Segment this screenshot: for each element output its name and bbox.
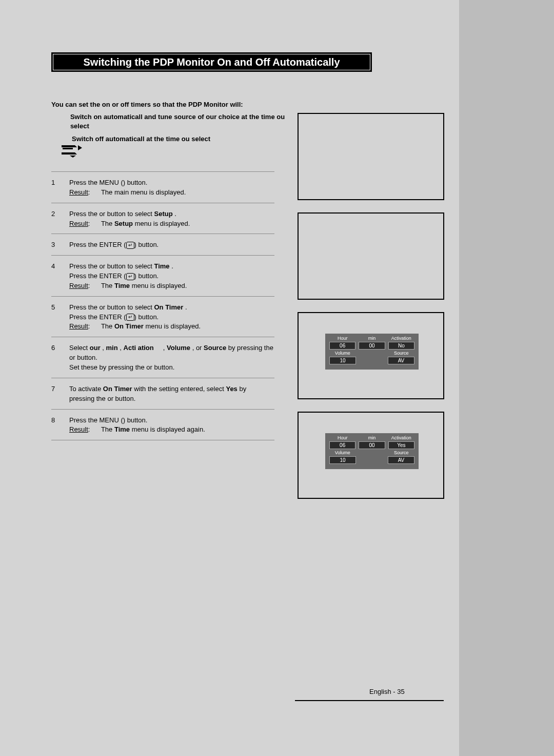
step-text: by: [238, 385, 246, 393]
step-text: ) button.: [134, 313, 159, 321]
step-text: ) button.: [123, 416, 148, 424]
page-footer: English - 35: [369, 688, 405, 695]
osd-label-hour: Hour: [329, 435, 355, 440]
sep: ,: [101, 344, 106, 352]
osd-val-hour: 06: [329, 342, 355, 350]
result-label: Result: [69, 220, 88, 227]
step-num: 1: [51, 178, 69, 198]
w3: Acti ation: [124, 344, 154, 352]
osd-box: Hour min Activation 06 00 Yes Volume Sou…: [325, 433, 419, 469]
step-text: or button.: [69, 354, 97, 361]
w4: Volume: [167, 344, 190, 352]
step-text: To activate: [69, 385, 103, 393]
svg-rect-0: [63, 148, 73, 149]
menu-icon: [62, 145, 84, 158]
step-text: .: [183, 303, 187, 311]
step-text: by pressing the: [226, 344, 273, 352]
yes-word: Yes: [226, 385, 237, 393]
osd-label-min: min: [359, 336, 385, 341]
step-6: 6 Select our , min , Acti ation , Volume…: [51, 340, 274, 375]
step-8: 8 Press the MENU () button. Result: The …: [51, 413, 274, 437]
osd-val-hour: 06: [329, 441, 355, 449]
osd-label-source: Source: [388, 450, 414, 455]
osd-val-source: AV: [388, 456, 414, 464]
step-3: 3 Press the ENTER (↵) button.: [51, 237, 274, 252]
step-text: Press the or button to select: [69, 303, 154, 311]
step-num: 3: [51, 240, 69, 250]
result-text: menu is displayed.: [144, 322, 201, 330]
result-label: Result: [69, 188, 88, 196]
enter-icon: ↵: [126, 314, 134, 321]
step-text: ) button.: [123, 179, 148, 186]
osd-label-activation: Activation: [388, 336, 414, 341]
step-text: pressing the or button.: [69, 395, 135, 402]
side-panels: Hour min Activation 06 00 No Volume Sour…: [298, 113, 446, 511]
osd-val-activation: Yes: [388, 441, 414, 449]
step-text: Press the ENTER (: [69, 313, 126, 321]
result-text: The: [101, 220, 114, 227]
sep: ,: [118, 344, 124, 352]
w2: min: [106, 344, 118, 352]
result-label: Result: [69, 322, 88, 330]
osd-val-volume: 10: [329, 357, 356, 364]
step-text: Press the ENTER (: [69, 241, 126, 248]
bullet-symbol: [51, 112, 70, 131]
step-text: ) button.: [134, 272, 159, 280]
osd-label-volume: Volume: [329, 450, 355, 455]
w1: our: [90, 344, 101, 352]
step-num: 5: [51, 303, 69, 332]
enter-icon: ↵: [126, 242, 134, 249]
step-num: 6: [51, 343, 69, 373]
sep: ,: [161, 344, 167, 352]
step-7: 7 To activate On Timer with the setting …: [51, 381, 274, 406]
step-text: Press the or button to select: [69, 262, 154, 270]
footer-divider: [295, 700, 444, 701]
step-1: 1 Press the MENU () button. Result: The …: [51, 175, 274, 200]
step-text: ) button.: [134, 241, 159, 248]
ontimer-word: On Timer: [103, 385, 132, 393]
intro-block: You can set the on or off timers so that…: [51, 100, 287, 144]
osd-label-volume: Volume: [329, 351, 355, 356]
setup-word: Setup: [114, 220, 133, 227]
enter-icon: ↵: [126, 273, 134, 280]
osd-label-hour: Hour: [329, 336, 355, 341]
time-word: Time: [114, 282, 130, 289]
step-text: with the setting entered, select: [132, 385, 226, 393]
result-text: menu is displayed.: [133, 220, 190, 227]
screen-panel-3: Hour min Activation 06 00 No Volume Sour…: [298, 312, 444, 399]
w5: Source: [204, 344, 226, 352]
step-text: Set these by pressing the or button.: [69, 363, 174, 371]
screen-panel-4: Hour min Activation 06 00 Yes Volume Sou…: [298, 412, 444, 499]
result-text: The: [101, 322, 114, 330]
osd-val-min: 00: [359, 342, 385, 350]
osd-label-empty: [359, 450, 385, 455]
step-text: Press the MENU (: [69, 179, 123, 186]
intro-bullet-2: Switch off automaticall at the time ou s…: [72, 134, 210, 144]
result-text: menu is displayed.: [130, 282, 187, 289]
ontimer-word: On Timer: [154, 303, 183, 311]
sep: ,: [190, 344, 196, 352]
page-title: Switching the PDP Monitor On and Off Aut…: [83, 56, 340, 68]
osd-label-empty: [359, 351, 385, 356]
osd-val-volume: 10: [329, 456, 356, 464]
step-num: 2: [51, 209, 69, 229]
step-text: Select: [69, 344, 90, 352]
result-text: The: [101, 282, 114, 289]
osd-label-min: min: [359, 435, 385, 440]
result-label: Result: [69, 425, 88, 433]
screen-panel-2: [298, 212, 444, 300]
osd-label-activation: Activation: [388, 435, 414, 440]
time-word: Time: [154, 262, 169, 270]
step-text: .: [170, 262, 173, 270]
osd-val-empty: [359, 357, 385, 364]
page-title-box: Switching the PDP Monitor On and Off Aut…: [51, 52, 372, 72]
result-text: menu is displayed again.: [130, 425, 205, 433]
step-text: Press the ENTER (: [69, 272, 126, 280]
osd-box: Hour min Activation 06 00 No Volume Sour…: [325, 334, 419, 370]
bullet-symbol: [51, 134, 72, 144]
step-text: .: [173, 210, 176, 218]
ontimer-word: On Timer: [114, 322, 144, 330]
result-text: The: [101, 425, 114, 433]
osd-label-source: Source: [388, 351, 414, 356]
step-num: 8: [51, 416, 69, 435]
